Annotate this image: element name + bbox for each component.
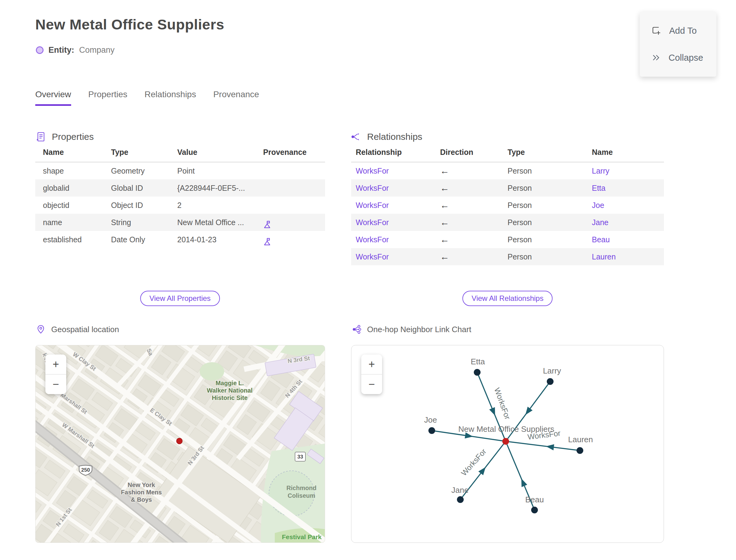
table-row: WorksFor ← Person Jane	[351, 214, 664, 231]
link-chart-canvas[interactable]: WorksFor WorksFor WorksFor Etta Larry Jo…	[351, 345, 664, 543]
double-chevron-right-icon	[651, 53, 661, 62]
prop-type: Geometry	[111, 162, 177, 179]
table-row: established Date Only 2014-01-23	[35, 231, 325, 248]
prop-type: String	[111, 214, 177, 231]
map-zoom-in-button[interactable]: +	[45, 355, 66, 374]
properties-section-title: Properties	[52, 132, 94, 142]
table-row: WorksFor ← Person Lauren	[351, 248, 664, 265]
map-widget: + −	[35, 345, 325, 543]
entity-link[interactable]: Lauren	[592, 248, 664, 265]
tab-properties[interactable]: Properties	[88, 90, 128, 106]
node-center-entity[interactable]	[502, 438, 509, 445]
relationships-table-header: Relationship Direction Type Name	[351, 148, 664, 162]
table-row: WorksFor ← Person Larry	[351, 162, 664, 179]
relationship-link[interactable]: WorksFor	[356, 214, 440, 231]
col-name: Name	[43, 148, 111, 157]
tab-provenance[interactable]: Provenance	[213, 90, 259, 106]
svg-text:Festival Park: Festival Park	[282, 533, 322, 540]
relationship-link[interactable]: WorksFor	[356, 248, 440, 265]
node-jane[interactable]	[457, 496, 464, 503]
entity-link[interactable]: Joe	[592, 197, 664, 214]
svg-text:WorksFor: WorksFor	[493, 386, 512, 420]
prop-provenance	[263, 179, 325, 197]
direction-arrow: ←	[440, 197, 508, 214]
tab-bar: Overview Properties Relationships Proven…	[35, 90, 259, 106]
direction-arrow: ←	[440, 214, 508, 231]
table-row: WorksFor ← Person Joe	[351, 197, 664, 214]
svg-text:Joe: Joe	[424, 415, 437, 424]
entity-link[interactable]: Jane	[592, 214, 664, 231]
map-zoom-out-button[interactable]: −	[45, 374, 66, 394]
view-all-relationships-button[interactable]: View All Relationships	[462, 291, 553, 306]
prop-value: {A228944F-0EF5-...	[177, 179, 263, 197]
entity-link[interactable]: Beau	[592, 231, 664, 248]
node-larry[interactable]	[547, 378, 554, 385]
svg-text:Coliseum: Coliseum	[288, 492, 315, 499]
node-etta[interactable]	[474, 369, 481, 376]
table-row: WorksFor ← Person Beau	[351, 231, 664, 248]
page-title: New Metal Office Suppliers	[35, 16, 224, 33]
relationships-table: Relationship Direction Type Name WorksFo…	[351, 148, 664, 265]
col-value: Value	[177, 148, 263, 157]
relationships-icon	[351, 131, 362, 142]
rel-type: Person	[508, 248, 592, 265]
tab-overview[interactable]: Overview	[35, 90, 71, 106]
link-chart-widget: + − WorksFor	[351, 345, 664, 543]
rel-type: Person	[508, 197, 592, 214]
provenance-flag-icon[interactable]	[263, 235, 272, 248]
provenance-flag-icon[interactable]	[263, 218, 272, 231]
col-provenance: Provenance	[263, 148, 325, 157]
tab-relationships[interactable]: Relationships	[144, 90, 196, 106]
add-to-button[interactable]: Add To	[640, 26, 716, 36]
geospatial-section-title: Geospatial location	[51, 325, 119, 334]
table-row: globalid Global ID {A228944F-0EF5-...	[35, 179, 325, 197]
node-lauren[interactable]	[577, 447, 583, 454]
rel-type: Person	[508, 214, 592, 231]
relationship-link[interactable]: WorksFor	[356, 231, 440, 248]
map-pin-icon	[36, 324, 46, 334]
prop-value: New Metal Office ...	[177, 214, 263, 231]
svg-text:Fashion Mens: Fashion Mens	[121, 489, 162, 496]
col-relationship: Relationship	[356, 148, 440, 157]
relationship-link[interactable]: WorksFor	[356, 162, 440, 179]
svg-text:Lauren: Lauren	[568, 435, 593, 444]
col-direction: Direction	[440, 148, 508, 157]
table-row: objectid Object ID 2	[35, 197, 325, 214]
entity-link[interactable]: Larry	[592, 162, 664, 179]
map-entity-point[interactable]	[177, 438, 182, 444]
node-beau[interactable]	[531, 507, 538, 513]
table-row: name String New Metal Office ...	[35, 214, 325, 231]
map-green-area-maggie	[200, 362, 224, 381]
chart-zoom-out-button[interactable]: −	[361, 374, 382, 394]
node-joe[interactable]	[428, 427, 435, 434]
svg-text:Jane: Jane	[451, 485, 469, 495]
linkchart-section-header: One-hop Neighbor Link Chart	[352, 324, 471, 334]
prop-provenance	[263, 197, 325, 214]
relationship-link[interactable]: WorksFor	[356, 197, 440, 214]
direction-arrow: ←	[440, 179, 508, 197]
view-all-properties-button[interactable]: View All Properties	[140, 291, 220, 306]
entity-label: Entity:	[48, 45, 74, 55]
chart-zoom-in-button[interactable]: +	[361, 355, 382, 374]
svg-text:Historic Site: Historic Site	[212, 394, 248, 401]
relationship-link[interactable]: WorksFor	[356, 179, 440, 197]
direction-arrow: ←	[440, 162, 508, 179]
entity-badge-icon	[36, 46, 44, 54]
entity-detail-page: New Metal Office Suppliers Entity: Compa…	[0, 0, 736, 560]
svg-text:& Boys: & Boys	[131, 496, 152, 503]
direction-arrow: ←	[440, 248, 508, 265]
geospatial-section-header: Geospatial location	[36, 324, 119, 334]
svg-text:Etta: Etta	[471, 357, 485, 366]
prop-provenance	[263, 231, 325, 248]
map-canvas[interactable]: 250 33 k Rd W Clay St Sa Marshall St W M…	[36, 345, 325, 543]
svg-text:Richmond: Richmond	[286, 485, 316, 491]
chart-center-label: New Metal Office Suppliers	[458, 424, 554, 434]
prop-type: Global ID	[111, 179, 177, 197]
add-to-icon	[651, 26, 661, 36]
entity-link[interactable]: Etta	[592, 179, 664, 197]
svg-text:250: 250	[81, 467, 90, 473]
rel-type: Person	[508, 162, 592, 179]
properties-section-header: Properties	[35, 131, 94, 142]
svg-text:Walker National: Walker National	[207, 387, 252, 394]
collapse-button[interactable]: Collapse	[640, 53, 716, 63]
